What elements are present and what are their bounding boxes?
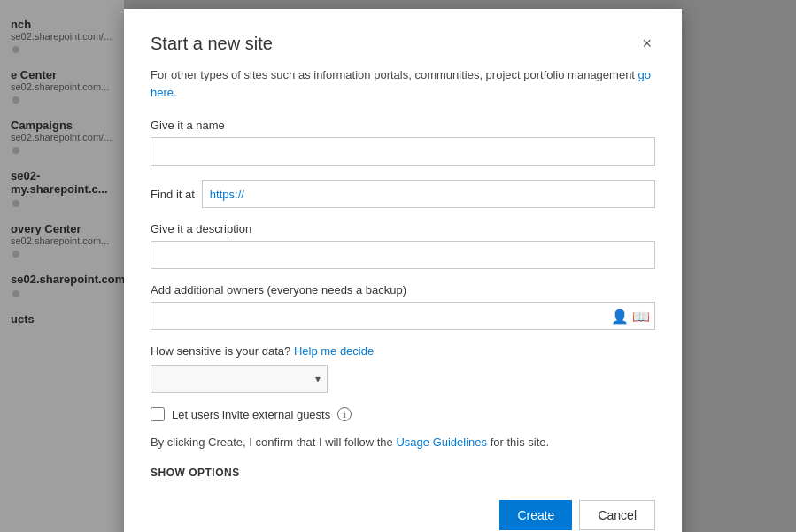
- site-description-input[interactable]: [151, 241, 655, 269]
- name-field-group: Give it a name: [151, 119, 655, 166]
- sensitivity-row: How sensitive is your data? Help me deci…: [151, 344, 655, 393]
- name-label: Give it a name: [151, 119, 655, 132]
- owners-input-wrapper: 👤 📖: [151, 302, 655, 330]
- sensitivity-select-wrapper: Public Private Confidential ▾: [151, 365, 328, 393]
- external-guests-label[interactable]: Let users invite external guests: [172, 408, 330, 421]
- sensitivity-label: How sensitive is your data? Help me deci…: [151, 344, 655, 358]
- modal-description: For other types of sites such as informa…: [151, 66, 655, 101]
- site-name-input[interactable]: [151, 137, 655, 166]
- owners-label: Add additional owners (everyone needs a …: [151, 283, 655, 297]
- info-icon[interactable]: ℹ: [337, 407, 352, 421]
- owners-field-group: Add additional owners (everyone needs a …: [151, 283, 655, 330]
- usage-guidelines-link[interactable]: Usage Guidelines: [396, 436, 487, 449]
- sensitivity-select[interactable]: Public Private Confidential: [151, 365, 328, 393]
- owners-icons: 👤 📖: [611, 308, 650, 325]
- owners-input[interactable]: [151, 302, 655, 330]
- description-label: Give it a description: [151, 222, 655, 235]
- help-decide-link[interactable]: Help me decide: [294, 344, 374, 358]
- modal-title: Start a new site: [151, 34, 273, 54]
- start-new-site-modal: Start a new site × For other types of si…: [124, 9, 682, 532]
- modal-footer: Create Cancel: [151, 500, 655, 530]
- create-button[interactable]: Create: [499, 500, 572, 530]
- find-it-label: Find it at: [151, 188, 195, 201]
- address-book-icon: 📖: [632, 308, 650, 325]
- person-icon: 👤: [611, 308, 629, 325]
- cancel-button[interactable]: Cancel: [579, 500, 655, 530]
- usage-guidelines-text: By clicking Create, I confirm that I wil…: [151, 436, 655, 449]
- find-it-row: Find it at: [151, 180, 655, 208]
- find-it-input[interactable]: [202, 180, 655, 208]
- close-button[interactable]: ×: [638, 34, 655, 53]
- description-field-group: Give it a description: [151, 222, 655, 269]
- external-guests-checkbox[interactable]: [151, 407, 165, 421]
- show-options-button[interactable]: SHOW OPTIONS: [151, 466, 240, 479]
- modal-header: Start a new site ×: [151, 34, 655, 54]
- external-guests-row: Let users invite external guests ℹ: [151, 407, 655, 421]
